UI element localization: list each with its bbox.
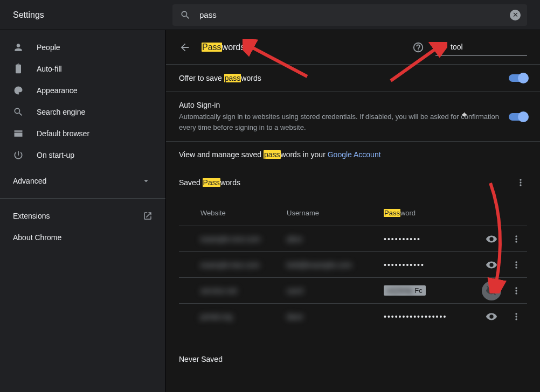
content: Passwords ✕ Offer to save passwords Auto… bbox=[166, 30, 540, 392]
offer-save-toggle[interactable] bbox=[509, 74, 527, 82]
cell-username: dave bbox=[287, 312, 384, 321]
page-search-box[interactable]: ✕ bbox=[435, 39, 527, 56]
app-title: Settings bbox=[0, 10, 172, 20]
search-icon bbox=[435, 40, 445, 53]
row-more-button[interactable] bbox=[510, 233, 523, 246]
col-password: Password bbox=[384, 209, 482, 217]
page-search-input[interactable] bbox=[449, 42, 540, 52]
browser-icon bbox=[13, 128, 24, 139]
col-username: Username bbox=[287, 209, 384, 217]
auto-signin-row: Auto Sign-in Automatically sign in to we… bbox=[166, 92, 540, 142]
help-button[interactable] bbox=[412, 41, 425, 54]
cell-password: ••••••••••••••••• bbox=[384, 312, 482, 321]
person-icon bbox=[13, 42, 24, 53]
auto-signin-toggle[interactable] bbox=[509, 113, 527, 121]
table-row[interactable]: example-two.com bob@example.com ••••••••… bbox=[179, 251, 527, 277]
search-icon bbox=[13, 107, 24, 117]
cell-username: carol bbox=[287, 286, 384, 295]
sidebar-item-about[interactable]: About Chrome bbox=[0, 227, 165, 248]
table-row[interactable]: portal.org dave ••••••••••••••••• bbox=[179, 303, 527, 329]
google-account-link[interactable]: Google Account bbox=[328, 150, 381, 159]
reveal-password-button[interactable] bbox=[482, 229, 501, 249]
manage-account-row: View and manage saved passwords in your … bbox=[166, 142, 540, 167]
saved-title: Saved Passwords bbox=[179, 178, 240, 187]
reveal-password-button[interactable] bbox=[482, 255, 501, 275]
cell-website: portal.org bbox=[200, 312, 287, 321]
cell-password: •••••••••• bbox=[384, 235, 482, 243]
cell-website: example-one.com bbox=[200, 235, 287, 243]
cell-username: bob@example.com bbox=[287, 261, 384, 269]
sidebar-item-label: Appearance bbox=[37, 86, 78, 95]
auto-signin-sub: Automatically sign in to websites using … bbox=[179, 111, 500, 132]
power-icon bbox=[13, 150, 24, 160]
sidebar-item-search-engine[interactable]: Search engine bbox=[0, 101, 165, 123]
row-more-button[interactable] bbox=[510, 258, 523, 271]
chevron-down-icon bbox=[140, 174, 153, 187]
table-header: Website Username Password bbox=[179, 200, 527, 226]
sidebar: People Auto-fill Appearance Search engin… bbox=[0, 30, 166, 392]
sidebar-item-label: On start-up bbox=[37, 151, 74, 159]
sidebar-item-label: Default browser bbox=[37, 129, 89, 138]
sidebar-advanced-label: Advanced bbox=[13, 177, 46, 185]
clear-search-button[interactable]: ✕ bbox=[510, 10, 521, 20]
saved-more-button[interactable] bbox=[514, 176, 527, 189]
settings-search-input[interactable] bbox=[198, 10, 510, 20]
sidebar-item-label: About Chrome bbox=[13, 233, 61, 242]
sidebar-item-autofill[interactable]: Auto-fill bbox=[0, 58, 165, 80]
cell-password: wQ3k9p Fc bbox=[384, 285, 482, 296]
row-more-button[interactable] bbox=[510, 284, 523, 297]
back-button[interactable] bbox=[179, 41, 191, 53]
never-saved-title: Never Saved bbox=[166, 342, 540, 376]
sidebar-item-label: Auto-fill bbox=[37, 65, 62, 73]
cell-website: example-two.com bbox=[200, 261, 287, 269]
hide-password-button[interactable] bbox=[482, 281, 501, 300]
cell-password: ••••••••••• bbox=[384, 261, 482, 269]
row-more-button[interactable] bbox=[510, 310, 523, 323]
offer-save-row: Offer to save passwords bbox=[166, 65, 540, 92]
saved-passwords-section: Saved Passwords Website Username Passwor… bbox=[166, 167, 540, 342]
search-icon bbox=[179, 9, 192, 22]
page-subheader: Passwords ✕ bbox=[166, 30, 540, 65]
palette-icon bbox=[13, 85, 24, 96]
sidebar-item-startup[interactable]: On start-up bbox=[0, 144, 165, 166]
offer-save-label: Offer to save passwords bbox=[179, 74, 261, 82]
sidebar-item-default-browser[interactable]: Default browser bbox=[0, 123, 165, 144]
cell-website: service.net bbox=[200, 286, 287, 295]
reveal-password-button[interactable] bbox=[482, 307, 501, 326]
sidebar-advanced-toggle[interactable]: Advanced bbox=[0, 170, 165, 192]
sidebar-item-appearance[interactable]: Appearance bbox=[0, 80, 165, 101]
clipboard-icon bbox=[13, 64, 24, 74]
sidebar-item-extensions[interactable]: Extensions bbox=[0, 205, 165, 227]
sidebar-item-label: People bbox=[37, 43, 60, 52]
table-row[interactable]: service.net carol wQ3k9p Fc bbox=[179, 277, 527, 303]
external-link-icon bbox=[143, 211, 153, 221]
settings-search-box[interactable]: ✕ bbox=[172, 4, 527, 26]
sidebar-item-label: Extensions bbox=[13, 212, 50, 220]
top-bar: Settings ✕ bbox=[0, 0, 540, 30]
auto-signin-title: Auto Sign-in bbox=[179, 101, 500, 109]
col-website: Website bbox=[200, 209, 287, 217]
sidebar-item-people[interactable]: People bbox=[0, 37, 165, 58]
page-title: Passwords bbox=[202, 43, 245, 52]
cell-username: alice bbox=[287, 235, 384, 243]
table-row[interactable]: example-one.com alice •••••••••• bbox=[179, 226, 527, 251]
sidebar-item-label: Search engine bbox=[37, 108, 85, 116]
